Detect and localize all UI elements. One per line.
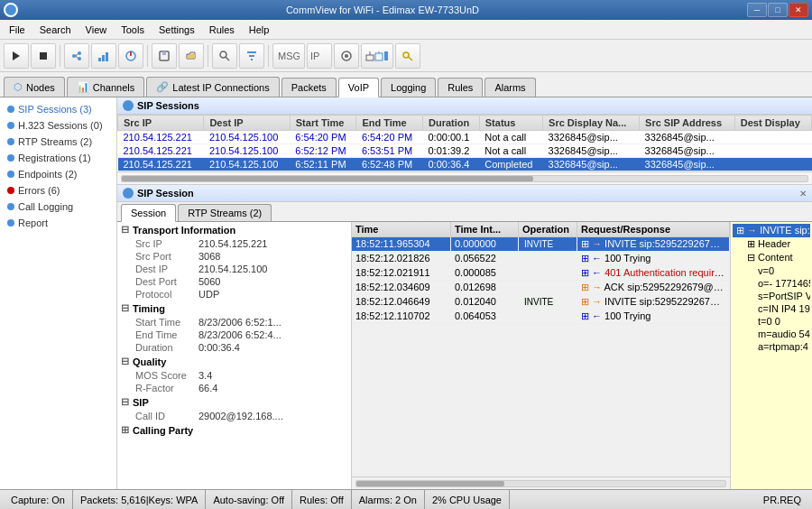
- packet-scrollbar[interactable]: [352, 477, 730, 489]
- tree-node-m[interactable]: m=audio 54874 RTP/AVP 4: [733, 328, 810, 340]
- collapse-icon: [121, 224, 129, 236]
- svg-marker-0: [13, 51, 20, 60]
- svg-text:MSG: MSG: [278, 51, 300, 61]
- tab-logging[interactable]: Logging: [381, 78, 436, 97]
- save-button[interactable]: [152, 43, 177, 69]
- ip-button[interactable]: IP: [307, 43, 332, 69]
- sessions-scrollbar[interactable]: [117, 171, 812, 184]
- calling-party-header[interactable]: Calling Party: [117, 422, 351, 438]
- menu-view[interactable]: View: [78, 23, 115, 37]
- close-button[interactable]: ✕: [789, 3, 808, 17]
- tab-packets[interactable]: Packets: [281, 78, 337, 97]
- menubar: File Search View Tools Settings Rules He…: [0, 20, 812, 40]
- tree-node-s[interactable]: s=PortSIP VOIP SDK 2.0: [733, 290, 810, 302]
- menu-rules[interactable]: Rules: [202, 23, 242, 37]
- packet-row[interactable]: 18:52:12.021911 0.000085 ⊞ ← 401 Authent…: [352, 266, 730, 281]
- sip-header[interactable]: SIP: [117, 394, 351, 410]
- packet-row[interactable]: 18:52:12.110702 0.064053 ⊞ ← 100 Trying: [352, 310, 730, 324]
- svg-rect-27: [384, 51, 388, 60]
- detail-close-button[interactable]: ✕: [799, 189, 807, 199]
- menu-tools[interactable]: Tools: [114, 23, 152, 37]
- tree-node-v[interactable]: v=0: [733, 264, 810, 277]
- col-start-time: Start Time: [290, 116, 356, 131]
- sidebar-item-h323[interactable]: H.323 Sessions (0): [0, 117, 116, 134]
- tree-node-header[interactable]: ⊞ Header: [733, 237, 810, 251]
- sessions-table-scroll[interactable]: Src IP Dest IP Start Time End Time Durat…: [117, 115, 812, 171]
- tab-voip[interactable]: VoIP: [338, 78, 379, 97]
- stop-button[interactable]: [31, 43, 56, 69]
- tab-channels[interactable]: 📊 Channels: [67, 77, 144, 97]
- table-row[interactable]: 210.54.125.221 210.54.125.100 6:52:12 PM…: [118, 144, 812, 158]
- key-button[interactable]: [395, 43, 420, 69]
- sessions-table: Src IP Dest IP Start Time End Time Durat…: [117, 115, 812, 171]
- sidebar-item-errors[interactable]: Errors (6): [0, 182, 116, 199]
- status-autosave: Auto-saving: Off: [206, 490, 292, 509]
- sidebar: SIP Sessions (3) H.323 Sessions (0) RTP …: [0, 97, 117, 489]
- scrollbar-track[interactable]: [121, 175, 808, 182]
- packet-row[interactable]: 18:52:12.021826 0.056522 ⊞ ← 100 Trying: [352, 252, 730, 266]
- toolbar-sep-2: [147, 45, 148, 67]
- play-button[interactable]: [4, 43, 29, 69]
- sidebar-item-call-logging[interactable]: Call Logging: [0, 199, 116, 215]
- table-row[interactable]: 210.54.125.221 210.54.125.100 6:54:20 PM…: [118, 131, 812, 144]
- info-row-src-port: Src Port 3068: [117, 250, 351, 263]
- tools-btn[interactable]: [334, 43, 359, 69]
- svg-text:IP: IP: [310, 51, 319, 61]
- timing-header[interactable]: Timing: [117, 301, 351, 316]
- search-button[interactable]: [212, 43, 237, 69]
- menu-settings[interactable]: Settings: [152, 23, 202, 37]
- sidebar-dot-rtp: [7, 138, 14, 145]
- svg-line-29: [409, 57, 413, 60]
- tree-node-c[interactable]: c=IN IP4 192.168.131.70: [733, 302, 810, 315]
- toolbar-sep-1: [60, 45, 60, 67]
- info-row-start-time: Start Time 8/23/2006 6:52:1...: [117, 316, 351, 329]
- svg-point-22: [345, 54, 348, 58]
- filter-button[interactable]: [239, 43, 264, 69]
- svg-rect-18: [251, 59, 253, 60]
- open-button[interactable]: [179, 43, 204, 69]
- sidebar-item-report[interactable]: Report: [0, 215, 116, 231]
- scrollbar-thumb[interactable]: [122, 176, 533, 181]
- menu-help[interactable]: Help: [242, 23, 277, 37]
- scan-button[interactable]: [118, 43, 143, 69]
- packet-row[interactable]: 18:52:11.965304 0.000000 INVITE ⊞ → INVI…: [352, 237, 730, 252]
- tree-node-t[interactable]: t=0 0: [733, 315, 810, 328]
- sidebar-dot-ep: [7, 171, 14, 178]
- tree-node-invite[interactable]: ⊞ → INVITE sip:52952292679@sipline.co.nz: [733, 224, 810, 237]
- tab-latest-ip[interactable]: 🔗 Latest IP Connections: [146, 77, 279, 97]
- packet-row[interactable]: 18:52:12.034609 0.012698 ⊞ → ACK sip:529…: [352, 281, 730, 295]
- tree-node-content[interactable]: ⊟ Content: [733, 251, 810, 264]
- tab-alarms[interactable]: Alarms: [484, 78, 535, 97]
- channels-button[interactable]: [91, 43, 116, 69]
- detail-tab-rtp-streams[interactable]: RTP Streams (2): [178, 204, 272, 221]
- quality-header[interactable]: Quality: [117, 354, 351, 369]
- transport-section: Transport Information Src IP 210.54.125.…: [117, 222, 351, 301]
- packet-scrollbar-track[interactable]: [355, 480, 726, 487]
- tree-node-o[interactable]: o=- 17714651 17714651 IN IP4 19...: [733, 277, 810, 290]
- sessions-panel: SIP Sessions Src IP Dest IP Start Time E…: [117, 97, 812, 185]
- stats-button[interactable]: MSG: [272, 43, 305, 69]
- sidebar-item-endpoints[interactable]: Endpoints (2): [0, 166, 116, 182]
- maximize-button[interactable]: □: [768, 3, 788, 17]
- sessions-table-body: 210.54.125.221 210.54.125.100 6:54:20 PM…: [118, 131, 812, 171]
- svg-rect-25: [375, 53, 383, 60]
- packet-list-area: Time Time Int... Operation Request/Respo…: [352, 222, 731, 489]
- menu-file[interactable]: File: [2, 23, 32, 37]
- table-row[interactable]: 210.54.125.221 210.54.125.100 6:52:11 PM…: [118, 158, 812, 171]
- tree-node-a[interactable]: a=rtpmap:4 G723/8000: [733, 340, 810, 353]
- tab-rules[interactable]: Rules: [438, 78, 483, 97]
- packet-scrollbar-thumb[interactable]: [356, 481, 504, 486]
- packet-row[interactable]: 18:52:12.046649 0.012040 INVITE ⊞ → INVI…: [352, 295, 730, 310]
- sidebar-item-rtp[interactable]: RTP Streams (2): [0, 134, 116, 150]
- sidebar-dot: [7, 106, 14, 113]
- detail-tab-session[interactable]: Session: [121, 204, 176, 222]
- antenna-button[interactable]: [361, 43, 393, 69]
- nodes-button[interactable]: [64, 43, 89, 69]
- tab-nodes[interactable]: ⬡ Nodes: [4, 77, 65, 97]
- sidebar-item-sip-sessions[interactable]: SIP Sessions (3): [0, 101, 116, 117]
- sidebar-item-registrations[interactable]: Registrations (1): [0, 150, 116, 166]
- transport-header[interactable]: Transport Information: [117, 222, 351, 237]
- minimize-button[interactable]: ─: [747, 3, 767, 17]
- quality-section: Quality MOS Score 3.4 R-Factor 66.4: [117, 354, 351, 394]
- menu-search[interactable]: Search: [32, 23, 78, 37]
